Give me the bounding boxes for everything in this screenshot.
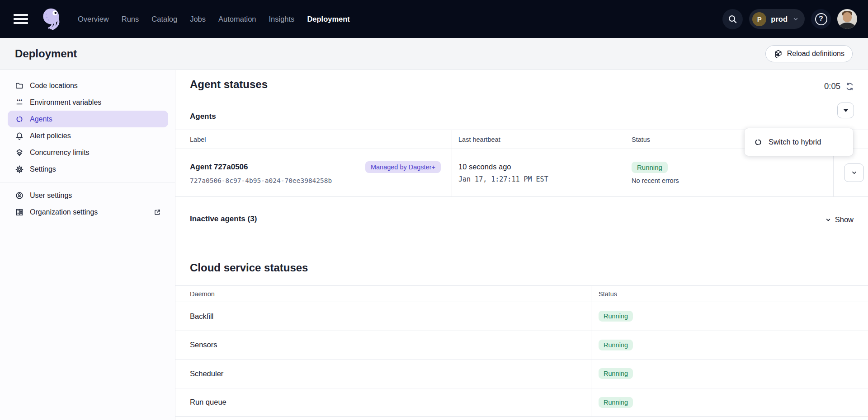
menu-item-switch-to-hybrid[interactable]: Switch to hybrid (769, 138, 821, 146)
nav-item-runs[interactable]: Runs (122, 15, 139, 23)
external-link-icon (153, 208, 161, 216)
sidebar-item-concurrency-limits[interactable]: Concurrency limits (0, 144, 175, 161)
sidebar-item-agents[interactable]: Agents (8, 111, 168, 127)
agent-id: 727a0506-8c97-4b95-a024-70ee3984258b (190, 177, 441, 184)
managed-badge: Managed by Dagster+ (365, 161, 441, 173)
daemon-name: Backfill (175, 302, 591, 331)
deployment-switcher[interactable]: P prod (749, 9, 805, 29)
heartbeat-relative: 10 seconds ago (458, 163, 625, 171)
sidebar-item-label: Environment variables (30, 98, 101, 107)
agent-status-badge: Running (632, 162, 668, 173)
menu-icon[interactable] (14, 14, 28, 24)
services-table-header: Daemon Status (175, 285, 868, 302)
chevron-down-icon (825, 216, 832, 224)
table-row: Run queue Running (175, 388, 868, 417)
sidebar-item-user-settings[interactable]: User settings (0, 187, 175, 204)
column-header-status: Status (591, 286, 868, 302)
sidebar-item-code-locations[interactable]: Code locations (0, 77, 175, 94)
sidebar-item-label: Concurrency limits (30, 149, 90, 157)
sidebar-item-alert-policies[interactable]: Alert policies (0, 127, 175, 144)
refresh-icon[interactable] (845, 82, 854, 91)
sidebar-item-organization-settings[interactable]: Organization settings (0, 204, 175, 220)
show-label: Show (835, 215, 854, 224)
status-badge: Running (599, 311, 633, 322)
show-inactive-agents-button[interactable]: Show (825, 215, 854, 224)
agents-subheading: Agents (190, 112, 216, 121)
heartbeat-timestamp: Jan 17, 1:27:11 PM EST (458, 175, 625, 183)
primary-nav: Overview Runs Catalog Jobs Automation In… (78, 15, 350, 23)
sidebar-item-label: Agents (30, 115, 52, 123)
folder-icon (15, 81, 24, 90)
help-button[interactable]: ? (811, 9, 831, 29)
sidebar-item-label: Organization settings (30, 208, 98, 216)
agent-row: Agent 727a0506 Managed by Dagster+ 727a0… (175, 149, 868, 197)
column-header-label: Label (175, 130, 452, 149)
daemon-name: Scheduler (175, 359, 591, 388)
sidebar-item-label: User settings (30, 191, 72, 200)
nav-item-overview[interactable]: Overview (78, 15, 109, 23)
daemon-name: Sensors (175, 331, 591, 359)
user-circle-icon (15, 191, 24, 200)
column-header-heartbeat: Last heartbeat (452, 130, 625, 149)
env-variables-icon: *** (15, 98, 24, 107)
sidebar-item-label: Settings (30, 165, 56, 173)
main-content: Agent statuses 0:05 Agents Label Last he… (175, 70, 868, 420)
chevron-down-icon (850, 169, 858, 177)
question-mark-icon: ? (815, 13, 827, 25)
page-title: Deployment (15, 47, 77, 60)
status-badge: Running (599, 340, 633, 350)
svg-text:***: *** (17, 98, 23, 104)
status-badge: Running (599, 368, 633, 379)
nav-item-automation[interactable]: Automation (218, 15, 256, 23)
nav-item-jobs[interactable]: Jobs (190, 15, 206, 23)
top-nav: Overview Runs Catalog Jobs Automation In… (0, 0, 868, 38)
auto-refresh-control: 0:05 (824, 81, 854, 91)
cloud-service-statuses-heading: Cloud service statuses (190, 261, 308, 274)
refresh-countdown: 0:05 (824, 81, 840, 91)
caret-down-icon (844, 109, 848, 112)
search-icon (727, 14, 738, 24)
reload-definitions-label: Reload definitions (787, 50, 844, 58)
gear-icon (15, 165, 24, 174)
user-avatar[interactable] (837, 9, 857, 29)
deployment-name: prod (771, 15, 788, 23)
status-badge: Running (599, 397, 633, 408)
inactive-agents-heading: Inactive agents (3) (190, 215, 257, 224)
page-header: Deployment Reload definitions (0, 38, 868, 70)
chevron-down-icon (792, 15, 799, 23)
dagster-logo-icon[interactable] (39, 6, 64, 32)
agent-icon (754, 138, 763, 147)
table-row: Sensors Running (175, 331, 868, 360)
deployment-sidebar: Code locations *** Environment variables… (0, 70, 175, 420)
sidebar-item-label: Code locations (30, 82, 78, 90)
search-button[interactable] (722, 9, 743, 29)
agent-name[interactable]: Agent 727a0506 (190, 163, 248, 172)
building-icon (15, 208, 24, 217)
sidebar-item-environment-variables[interactable]: *** Environment variables (0, 94, 175, 111)
agent-actions-dropdown-button[interactable] (837, 103, 854, 118)
daemon-name: Run queue (175, 388, 591, 417)
sidebar-item-label: Alert policies (30, 132, 71, 140)
agent-icon (15, 115, 24, 124)
agent-actions-menu: Switch to hybrid (745, 128, 853, 156)
agent-status-note: No recent errors (632, 177, 833, 184)
cloud-services-table: Daemon Status Backfill Running Sensors R… (175, 285, 868, 417)
nav-item-deployment[interactable]: Deployment (307, 15, 349, 23)
sidebar-divider (0, 182, 175, 182)
nav-item-insights[interactable]: Insights (269, 15, 295, 23)
reload-package-icon (774, 49, 783, 59)
table-row: Scheduler Running (175, 359, 868, 388)
nav-item-catalog[interactable]: Catalog (151, 15, 177, 23)
layers-icon (15, 148, 24, 157)
deployment-initial-avatar: P (752, 12, 766, 26)
agent-row-expand-button[interactable] (844, 163, 864, 182)
agent-statuses-heading: Agent statuses (190, 78, 268, 91)
table-row: Backfill Running (175, 302, 868, 331)
column-header-daemon: Daemon (175, 286, 591, 302)
reload-definitions-button[interactable]: Reload definitions (765, 45, 853, 62)
bell-icon (15, 131, 24, 140)
sidebar-item-settings[interactable]: Settings (0, 161, 175, 177)
